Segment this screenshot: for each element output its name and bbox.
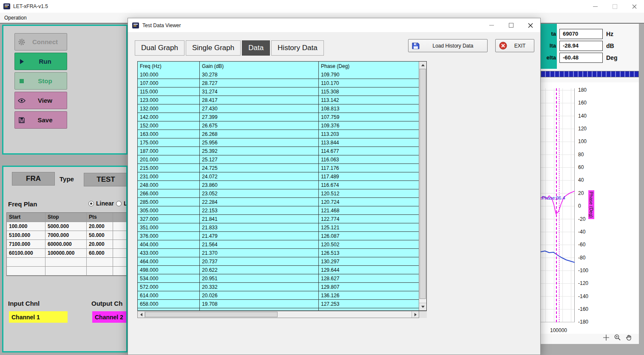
freq-plan-row[interactable] xyxy=(7,258,128,267)
data-table-row[interactable]: 534.00020.951128.627 xyxy=(138,274,419,283)
save-button[interactable]: Save xyxy=(14,111,67,129)
tab-single-graph[interactable]: Single Graph xyxy=(186,40,241,56)
data-table-row[interactable]: 705.00019.445131.306 xyxy=(138,308,419,310)
freq-plan-row[interactable]: 7100.00060000.00020.000 xyxy=(7,240,128,249)
exit-button[interactable]: EXIT xyxy=(495,39,534,52)
freq-plan-cell[interactable]: 7000.000 xyxy=(45,231,87,239)
freq-plan-cell[interactable] xyxy=(113,267,128,275)
close-button[interactable] xyxy=(624,0,644,13)
load-history-button[interactable]: Load History Data xyxy=(408,39,488,52)
data-table-cell: 376.000 xyxy=(138,232,200,240)
fra-selector[interactable]: FRA xyxy=(12,172,55,186)
data-table-row[interactable]: 614.00020.026136.126 xyxy=(138,291,419,300)
view-button[interactable]: View xyxy=(14,92,67,109)
linear-radio[interactable] xyxy=(88,201,94,206)
zoom-icon[interactable] xyxy=(614,334,621,341)
data-table-row[interactable]: 266.00023.052120.512 xyxy=(138,189,419,198)
input-channel-selector[interactable]: Channel 1 xyxy=(9,311,68,323)
horizontal-scroll-thumb[interactable] xyxy=(145,312,278,317)
crosshair-icon[interactable] xyxy=(603,334,610,341)
data-table-row[interactable]: 464.00020.737130.297 xyxy=(138,257,419,266)
freq-plan-cell[interactable]: 20.000 xyxy=(87,240,113,248)
data-table-row[interactable]: 201.00025.127116.063 xyxy=(138,155,419,164)
data-table-row[interactable]: 248.00023.860116.674 xyxy=(138,181,419,189)
data-table-row[interactable]: 175.00025.956113.844 xyxy=(138,138,419,147)
freq-plan-cell[interactable] xyxy=(87,267,113,275)
data-table-row[interactable]: 376.00021.479126.087 xyxy=(138,232,419,240)
horizontal-scrollbar[interactable] xyxy=(137,311,419,318)
tab-dual-graph[interactable]: Dual Graph xyxy=(135,40,184,56)
test-selector[interactable]: TEST xyxy=(84,173,128,186)
freq-plan-cell[interactable]: 5000.000 xyxy=(45,222,87,231)
freq-plan-cell[interactable] xyxy=(113,231,128,239)
data-table-row[interactable]: 107.00028.727110.170 xyxy=(138,79,419,87)
vertical-scroll-thumb[interactable] xyxy=(420,69,426,299)
freq-plan-row[interactable]: 60100.000100000.00060.000 xyxy=(7,249,128,258)
data-table-row[interactable]: 572.00020.332129.807 xyxy=(138,283,419,291)
data-table-row[interactable]: 433.00021.370126.513 xyxy=(138,249,419,257)
freq-plan-cell[interactable]: 7100.000 xyxy=(7,240,45,248)
freq-plan-cell[interactable] xyxy=(45,258,87,266)
freq-plan-cell[interactable] xyxy=(87,258,113,266)
data-table-row[interactable]: 132.00027.430108.813 xyxy=(138,104,419,113)
data-table-row[interactable]: 305.00022.153121.468 xyxy=(138,206,419,215)
freq-plan-cell[interactable]: 20.000 xyxy=(87,222,113,231)
data-table-row[interactable]: 187.00025.392114.677 xyxy=(138,147,419,155)
data-table-row[interactable]: 658.00019.708127.253 xyxy=(138,300,419,308)
log-radio[interactable] xyxy=(116,201,122,206)
dialog-maximize-button[interactable] xyxy=(501,18,521,32)
data-table-row[interactable]: 163.00026.268113.203 xyxy=(138,130,419,138)
freq-plan-cell[interactable]: 5100.000 xyxy=(7,231,45,239)
data-table-row[interactable]: 100.00030.278109.790 xyxy=(138,70,419,79)
freq-plan-cell[interactable]: 100.000 xyxy=(7,222,45,231)
connect-button[interactable]: Connect xyxy=(14,33,67,51)
data-table-row[interactable]: 404.00021.564120.502 xyxy=(138,240,419,249)
freq-plan-cell[interactable]: 100000.000 xyxy=(45,249,87,257)
data-table-row[interactable]: 285.00022.284120.724 xyxy=(138,198,419,206)
freq-plan-cell[interactable]: 60100.000 xyxy=(7,249,45,257)
freq-plan-row[interactable]: 100.0005000.00020.000 xyxy=(7,222,128,231)
freq-plan-cell[interactable] xyxy=(113,258,128,266)
data-table-cell: 30.278 xyxy=(200,70,319,79)
freq-plan-cell[interactable]: 60000.000 xyxy=(45,240,87,248)
scroll-down-button[interactable] xyxy=(419,303,426,310)
vertical-scrollbar[interactable] xyxy=(419,62,426,310)
scroll-left-button[interactable] xyxy=(138,311,145,318)
tab-history-data[interactable]: History Data xyxy=(271,40,324,56)
data-table-row[interactable]: 215.00024.725117.176 xyxy=(138,164,419,172)
data-table-row[interactable]: 142.00027.399107.759 xyxy=(138,113,419,121)
minimize-button[interactable] xyxy=(585,0,605,13)
freq-plan-row[interactable] xyxy=(7,267,128,276)
data-table-cell: 107.000 xyxy=(138,79,200,87)
tab-data[interactable]: Data xyxy=(242,40,270,56)
freq-plan-cell[interactable]: 60.000 xyxy=(87,249,113,257)
scroll-up-button[interactable] xyxy=(419,62,426,69)
data-table-row[interactable]: 231.00024.072117.489 xyxy=(138,172,419,181)
freq-plan-cell[interactable] xyxy=(7,258,45,266)
stop-button[interactable]: Stop xyxy=(14,72,67,90)
cursor-line[interactable] xyxy=(556,88,557,322)
dialog-close-button[interactable] xyxy=(521,18,540,32)
dialog-minimize-button[interactable] xyxy=(482,18,501,32)
data-table-row[interactable]: 115.00031.274115.308 xyxy=(138,87,419,96)
graph-tools xyxy=(603,334,632,341)
cursor-line-secondary[interactable] xyxy=(559,88,559,322)
menu-operation[interactable]: Operation xyxy=(0,15,31,21)
data-table-row[interactable]: 351.00021.833125.121 xyxy=(138,223,419,232)
hand-icon[interactable] xyxy=(625,334,632,341)
data-table-row[interactable]: 123.00028.417113.142 xyxy=(138,96,419,104)
freq-plan-cell[interactable] xyxy=(113,240,128,248)
data-table-row[interactable]: 498.00020.622129.644 xyxy=(138,266,419,274)
scroll-right-button[interactable] xyxy=(411,311,419,318)
run-button[interactable]: Run xyxy=(14,53,67,70)
maximize-button[interactable] xyxy=(605,0,624,13)
data-table-row[interactable]: 152.00026.675109.376 xyxy=(138,121,419,130)
freq-plan-cell[interactable] xyxy=(7,267,45,275)
freq-plan-row[interactable]: 5100.0007000.00050.000 xyxy=(7,231,128,240)
data-table-row[interactable]: 327.00021.841122.774 xyxy=(138,215,419,223)
freq-plan-cell[interactable] xyxy=(45,267,87,275)
freq-plan-cell[interactable]: 50.000 xyxy=(87,231,113,239)
output-channel-selector[interactable]: Channel 2 xyxy=(92,311,128,323)
freq-plan-cell[interactable] xyxy=(113,249,128,257)
freq-plan-cell[interactable] xyxy=(113,222,128,231)
